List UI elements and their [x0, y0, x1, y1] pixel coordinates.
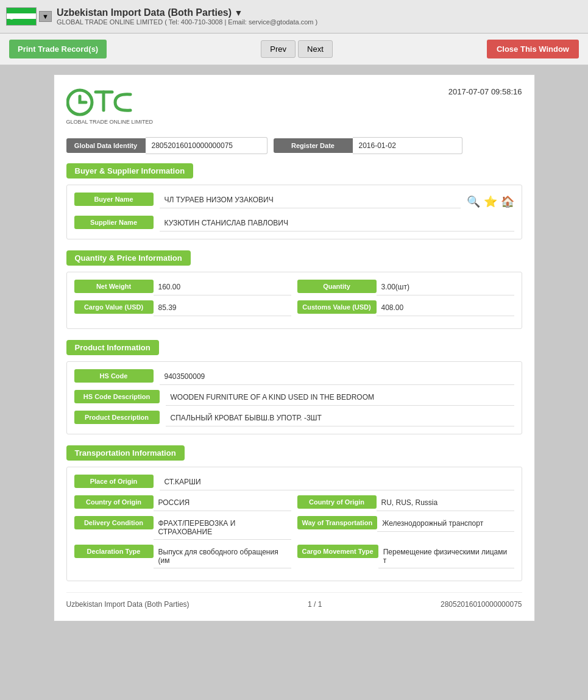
global-data-identity-label: Global Data Identity: [66, 138, 146, 153]
cargo-value-value: 85.39: [154, 300, 291, 316]
document-datetime: 2017-07-07 09:58:16: [448, 87, 522, 96]
hs-code-label: HS Code: [74, 369, 154, 383]
way-of-transport-label: Way of Transportation: [297, 516, 378, 529]
delivery-condition-value: ФРАХТ/ПЕРЕВОЗКА И СТРАХОВАНИЕ: [154, 516, 291, 540]
toolbar: Print Trade Record(s) Prev Next Close Th…: [0, 34, 588, 65]
hs-code-desc-value: WOODEN FURNITURE OF A KIND USED IN THE B…: [166, 390, 514, 406]
product-desc-row: Product Description СПАЛЬНЫЙ КРОВАТ БЫВШ…: [74, 411, 514, 426]
quantity-label: Quantity: [297, 280, 377, 293]
cargo-value-label: Cargo Value (USD): [74, 300, 154, 314]
country-of-origin-value2: RU, RUS, Russia: [377, 495, 514, 511]
transportation-section: Transportation Information Place of Orig…: [66, 445, 522, 581]
cargo-value-col: Cargo Value (USD) 85.39: [74, 300, 291, 316]
delivery-transport-row: Delivery Condition ФРАХТ/ПЕРЕВОЗКА И СТР…: [74, 516, 514, 540]
declaration-type-label: Declaration Type: [74, 545, 154, 558]
customs-value-value: 408.00: [377, 300, 514, 316]
buyer-supplier-body: Buyer Name ЧЛ ТУРАЕВ НИЗОМ УЗАКОВИЧ 🔍 ⭐ …: [66, 185, 522, 239]
delivery-condition-label: Delivery Condition: [74, 516, 154, 529]
app-subtitle: GLOBAL TRADE ONLINE LIMITED ( Tel: 400-7…: [57, 18, 582, 26]
uzbekistan-flag: [6, 7, 37, 26]
country-of-origin-label2: Country of Origin: [297, 495, 377, 509]
way-of-transport-value: Железнодорожный транспорт: [377, 516, 514, 532]
footer-right: 28052016010000000075: [441, 600, 522, 609]
country-of-origin-col2: Country of Origin RU, RUS, Russia: [297, 495, 514, 511]
doc-footer: Uzbekistan Import Data (Both Parties) 1 …: [66, 592, 522, 609]
register-date-value: 2016-01-02: [353, 137, 462, 154]
delivery-condition-col: Delivery Condition ФРАХТ/ПЕРЕВОЗКА И СТР…: [74, 516, 291, 540]
product-desc-label: Product Description: [74, 411, 160, 424]
register-date-group: Register Date 2016-01-02: [274, 137, 462, 154]
place-of-origin-row: Place of Origin СТ.КАРШИ: [74, 475, 514, 490]
buyer-name-value: ЧЛ ТУРАЕВ НИЗОМ УЗАКОВИЧ: [160, 193, 461, 208]
logo-area: GLOBAL TRADE ONLINE LIMITED: [66, 87, 154, 125]
hs-code-value: 9403500009: [160, 369, 514, 385]
hs-code-desc-label: HS Code Description: [74, 390, 160, 403]
app-title: Uzbekistan Import Data (Both Parties) ▼: [57, 7, 582, 18]
flag-dropdown-button[interactable]: ▼: [39, 11, 52, 22]
toolbar-center: Prev Next: [261, 40, 332, 58]
country-of-origin-row: Country of Origin РОССИЯ Country of Orig…: [74, 495, 514, 511]
product-body: HS Code 9403500009 HS Code Description W…: [66, 361, 522, 434]
cargo-customs-row: Cargo Value (USD) 85.39 Customs Value (U…: [74, 300, 514, 316]
close-window-button[interactable]: Close This Window: [487, 40, 579, 58]
global-data-identity-value: 28052016010000000075: [146, 137, 267, 154]
flag-container: ▼: [6, 7, 52, 26]
cargo-movement-col: Cargo Movement Type Перемещение физическ…: [297, 545, 514, 568]
buyer-row: Buyer Name ЧЛ ТУРАЕВ НИЗОМ УЗАКОВИЧ 🔍 ⭐ …: [74, 193, 514, 211]
cargo-movement-label: Cargo Movement Type: [297, 545, 378, 558]
cargo-movement-value: Перемещение физическими лицами т: [378, 545, 514, 568]
quantity-price-section: Quantity & Price Information Net Weight …: [66, 250, 522, 329]
footer-left: Uzbekistan Import Data (Both Parties): [66, 600, 190, 609]
customs-value-col: Customs Value (USD) 408.00: [297, 300, 514, 316]
hs-code-desc-row: HS Code Description WOODEN FURNITURE OF …: [74, 390, 514, 406]
toolbar-left: Print Trade Record(s): [9, 40, 107, 58]
prev-button[interactable]: Prev: [261, 40, 296, 58]
net-weight-col: Net Weight 160.00: [74, 280, 291, 295]
transportation-header: Transportation Information: [66, 445, 185, 461]
next-button[interactable]: Next: [298, 40, 333, 58]
country-of-origin-col1: Country of Origin РОССИЯ: [74, 495, 291, 511]
logo-svg: [66, 87, 133, 118]
supplier-name-label: Supplier Name: [74, 216, 154, 229]
register-date-label: Register Date: [274, 138, 353, 153]
logo-company-name: GLOBAL TRADE ONLINE LIMITED: [66, 119, 154, 125]
global-data-identity-group: Global Data Identity 2805201601000000007…: [66, 137, 267, 154]
country-of-origin-value1: РОССИЯ: [154, 495, 291, 511]
star-icon[interactable]: ⭐: [484, 195, 497, 208]
way-of-transport-col: Way of Transportation Железнодорожный тр…: [297, 516, 514, 540]
footer-center: 1 / 1: [308, 600, 322, 609]
supplier-row: Supplier Name КУЗЮТИН СТАНИСЛАВ ПАВЛОВИЧ: [74, 216, 514, 232]
app-title-area: Uzbekistan Import Data (Both Parties) ▼ …: [57, 7, 582, 26]
buyer-supplier-header: Buyer & Supplier Information: [66, 163, 194, 179]
buyer-supplier-section: Buyer & Supplier Information Buyer Name …: [66, 163, 522, 239]
product-section: Product Information HS Code 9403500009 H…: [66, 340, 522, 434]
country-of-origin-label1: Country of Origin: [74, 495, 154, 509]
place-of-origin-value: СТ.КАРШИ: [160, 475, 514, 490]
product-header: Product Information: [66, 340, 159, 355]
net-weight-label: Net Weight: [74, 280, 154, 293]
main-content: GLOBAL TRADE ONLINE LIMITED 2017-07-07 0…: [54, 74, 535, 621]
print-button[interactable]: Print Trade Record(s): [9, 40, 107, 58]
product-desc-value: СПАЛЬНЫЙ КРОВАТ БЫВШ.В УПОТР. -3ШТ: [166, 411, 514, 426]
quantity-value: 3.00(шт): [377, 280, 514, 295]
transportation-body: Place of Origin СТ.КАРШИ Country of Orig…: [66, 467, 522, 581]
title-dropdown-icon[interactable]: ▼: [235, 8, 243, 18]
hs-code-row: HS Code 9403500009: [74, 369, 514, 385]
doc-header: GLOBAL TRADE ONLINE LIMITED 2017-07-07 0…: [66, 87, 522, 125]
place-of-origin-label: Place of Origin: [74, 475, 154, 488]
logo: [66, 87, 133, 118]
declaration-cargo-row: Declaration Type Выпуск для свободного о…: [74, 545, 514, 568]
net-weight-quantity-row: Net Weight 160.00 Quantity 3.00(шт): [74, 280, 514, 295]
top-bar: ▼ Uzbekistan Import Data (Both Parties) …: [0, 0, 588, 34]
buyer-actions: 🔍 ⭐ 🏠: [467, 193, 514, 211]
identity-row: Global Data Identity 2805201601000000007…: [66, 137, 522, 154]
quantity-col: Quantity 3.00(шт): [297, 280, 514, 295]
buyer-name-label: Buyer Name: [74, 193, 154, 206]
search-icon[interactable]: 🔍: [467, 195, 480, 208]
home-icon[interactable]: 🏠: [501, 195, 514, 208]
declaration-type-col: Declaration Type Выпуск для свободного о…: [74, 545, 291, 568]
customs-value-label: Customs Value (USD): [297, 300, 377, 314]
declaration-type-value: Выпуск для свободного обращения (им: [154, 545, 291, 568]
quantity-price-body: Net Weight 160.00 Quantity 3.00(шт) Carg…: [66, 272, 522, 329]
supplier-name-value: КУЗЮТИН СТАНИСЛАВ ПАВЛОВИЧ: [160, 216, 514, 232]
